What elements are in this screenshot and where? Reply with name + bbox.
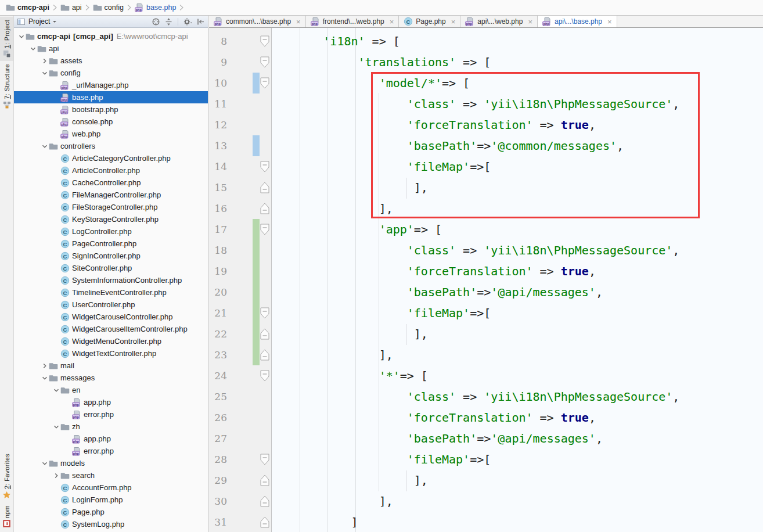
code-line-31[interactable]: 31 ] bbox=[209, 512, 763, 532]
fold-marker-up[interactable] bbox=[260, 344, 270, 365]
breadcrumb-item-api[interactable]: api bbox=[59, 2, 84, 13]
tree-row-config[interactable]: config bbox=[14, 67, 208, 79]
tree-row-mail[interactable]: mail bbox=[14, 360, 208, 372]
tree-row-articlecontroller-php[interactable]: CArticleController.php bbox=[14, 164, 208, 177]
close-icon[interactable]: × bbox=[607, 18, 612, 26]
tree-row-en[interactable]: en bbox=[14, 384, 208, 396]
tree-row-articlecategorycontroller-php[interactable]: CArticleCategoryController.php bbox=[14, 152, 208, 164]
tree-row-models[interactable]: models bbox=[14, 457, 208, 469]
tree-row-search[interactable]: search bbox=[14, 469, 208, 481]
tree-row-widgetcarouselcontroller-php[interactable]: CWidgetCarouselController.php bbox=[14, 311, 208, 323]
tree-row-cachecontroller-php[interactable]: CCacheController.php bbox=[14, 177, 208, 189]
tree-row-api[interactable]: api bbox=[14, 42, 208, 55]
tree-row-controllers[interactable]: controllers bbox=[14, 140, 208, 152]
code-line-30[interactable]: 30 ], bbox=[209, 491, 763, 512]
code-line-26[interactable]: 26 'forceTranslation' => true, bbox=[209, 407, 763, 428]
code-line-25[interactable]: 25 'class' => 'yii\i18n\PhpMessageSource… bbox=[209, 386, 763, 407]
close-icon[interactable]: × bbox=[296, 18, 301, 26]
code-line-18[interactable]: 18 'class' => 'yii\i18n\PhpMessageSource… bbox=[209, 240, 763, 261]
tree-row-zh[interactable]: zh bbox=[14, 420, 208, 433]
code-line-9[interactable]: 9 'translations' => [ bbox=[209, 52, 763, 73]
tree-row-filemanagercontroller-php[interactable]: CFileManagerController.php bbox=[14, 189, 208, 201]
tree-row-widgetcarouselitemcontroller-php[interactable]: CWidgetCarouselItemController.php bbox=[14, 323, 208, 335]
editor-tab-api-base-php[interactable]: phpapi\...\base.php× bbox=[538, 16, 617, 27]
editor-tab-common-base-php[interactable]: phpcommon\...\base.php× bbox=[209, 16, 306, 27]
tree-row-systemlog-php[interactable]: CSystemLog.php bbox=[14, 518, 208, 530]
tree-row-base-php[interactable]: phpbase.php bbox=[14, 91, 208, 103]
fold-marker-up[interactable] bbox=[260, 512, 270, 532]
fold-marker-down[interactable] bbox=[260, 365, 270, 386]
code-line-24[interactable]: 24 '*'=> [ bbox=[209, 365, 763, 386]
fold-marker-down[interactable] bbox=[260, 31, 270, 52]
code-line-23[interactable]: 23 ], bbox=[209, 344, 763, 365]
fold-marker-down[interactable] bbox=[260, 303, 270, 323]
chevron-down-icon[interactable] bbox=[17, 33, 26, 41]
tool-button-2-favorites[interactable]: 2: Favorites bbox=[0, 451, 13, 502]
tree-row-app-php[interactable]: phpapp.php bbox=[14, 433, 208, 445]
code-line-22[interactable]: 22 ], bbox=[209, 323, 763, 344]
tree-row-page-php[interactable]: CPage.php bbox=[14, 506, 208, 518]
close-icon[interactable]: × bbox=[390, 18, 394, 26]
fold-marker-down[interactable] bbox=[260, 449, 270, 470]
tool-button-npm[interactable]: npm bbox=[0, 502, 13, 530]
breadcrumb-item-cmcp-api[interactable]: cmcp-api bbox=[4, 2, 51, 13]
tree-row-widgettextcontroller-php[interactable]: CWidgetTextController.php bbox=[14, 347, 208, 360]
tree-row-logcontroller-php[interactable]: CLogController.php bbox=[14, 225, 208, 238]
chevron-right-icon[interactable] bbox=[52, 472, 60, 480]
tree-row-keystoragecontroller-php[interactable]: CKeyStorageController.php bbox=[14, 213, 208, 225]
code-line-19[interactable]: 19 'forceTranslation' => true, bbox=[209, 261, 763, 282]
code-line-28[interactable]: 28 'fileMap'=>[ bbox=[209, 449, 763, 470]
fold-marker-up[interactable] bbox=[260, 198, 270, 219]
tree-row-widgetmenucontroller-php[interactable]: CWidgetMenuController.php bbox=[14, 335, 208, 347]
tree-row-urlmanager-php[interactable]: php_urlManager.php bbox=[14, 79, 208, 91]
chevron-down-icon[interactable] bbox=[41, 459, 49, 468]
chevron-right-icon[interactable] bbox=[41, 362, 49, 370]
editor-tab-api-web-php[interactable]: phpapi\...\web.php× bbox=[460, 16, 538, 27]
tree-row-assets[interactable]: assets bbox=[14, 55, 208, 67]
tree-row-timelineeventcontroller-php[interactable]: CTimelineEventController.php bbox=[14, 286, 208, 299]
fold-marker-down[interactable] bbox=[260, 52, 270, 73]
tool-button-1-project[interactable]: 1: Project bbox=[0, 17, 13, 61]
fold-marker-down[interactable] bbox=[260, 219, 270, 240]
editor-tab-page-php[interactable]: CPage.php× bbox=[399, 16, 460, 27]
tree-row-console-php[interactable]: phpconsole.php bbox=[14, 116, 208, 128]
code-editor[interactable]: 8 'i18n' => [9 'translations' => [10 'mo… bbox=[209, 28, 763, 532]
project-view-selector[interactable]: Project bbox=[17, 17, 56, 26]
tree-row-error-php[interactable]: phperror.php bbox=[14, 408, 208, 420]
tree-row-usercontroller-php[interactable]: CUserController.php bbox=[14, 299, 208, 311]
tree-row-messages[interactable]: messages bbox=[14, 372, 208, 384]
chevron-down-icon[interactable] bbox=[52, 423, 60, 431]
chevron-down-icon[interactable] bbox=[52, 386, 60, 394]
tree-row-signincontroller-php[interactable]: CSignInController.php bbox=[14, 250, 208, 262]
code-line-17[interactable]: 17 'app'=> [ bbox=[209, 219, 763, 240]
chevron-down-icon[interactable] bbox=[41, 69, 49, 77]
tool-button-7-structure[interactable]: 7: Structure bbox=[0, 61, 13, 112]
editor-tab-frontend-web-php[interactable]: phpfrontend\...\web.php× bbox=[306, 16, 400, 27]
fold-marker-up[interactable] bbox=[260, 470, 270, 491]
tree-row-error-php[interactable]: phperror.php bbox=[14, 445, 208, 457]
code-line-27[interactable]: 27 'basePath'=>'@api/messages', bbox=[209, 428, 763, 449]
tree-row-systeminformationcontroller-php[interactable]: CSystemInformationController.php bbox=[14, 274, 208, 286]
locate-icon[interactable] bbox=[152, 17, 160, 26]
tree-row-pagecontroller-php[interactable]: CPageController.php bbox=[14, 238, 208, 250]
tree-row-app-php[interactable]: phpapp.php bbox=[14, 396, 208, 408]
fold-marker-up[interactable] bbox=[260, 491, 270, 512]
tree-row-sitecontroller-php[interactable]: CSiteController.php bbox=[14, 262, 208, 274]
hide-panel-icon[interactable] bbox=[196, 17, 205, 26]
chevron-down-icon[interactable] bbox=[41, 374, 49, 382]
fold-marker-up[interactable] bbox=[260, 177, 270, 198]
tree-row-bootstrap-php[interactable]: phpbootstrap.php bbox=[14, 103, 208, 116]
tree-row-accountform-php[interactable]: CAccountForm.php bbox=[14, 481, 208, 494]
fold-marker-down[interactable] bbox=[260, 156, 270, 177]
close-icon[interactable]: × bbox=[451, 18, 456, 26]
code-line-8[interactable]: 8 'i18n' => [ bbox=[209, 31, 763, 52]
close-icon[interactable]: × bbox=[528, 18, 532, 26]
tree-row-cmcp-api[interactable]: cmcp-api[cmcp_api]E:\wwwroot\cmcp-api bbox=[14, 30, 208, 42]
code-line-21[interactable]: 21 'fileMap'=>[ bbox=[209, 303, 763, 323]
chevron-down-icon[interactable] bbox=[29, 45, 37, 53]
chevron-down-icon[interactable] bbox=[41, 142, 49, 150]
tree-row-loginform-php[interactable]: CLoginForm.php bbox=[14, 494, 208, 506]
fold-marker-down[interactable] bbox=[260, 73, 270, 94]
chevron-right-icon[interactable] bbox=[41, 57, 49, 65]
breadcrumb-item-base-php[interactable]: phpbase.php bbox=[133, 2, 178, 13]
